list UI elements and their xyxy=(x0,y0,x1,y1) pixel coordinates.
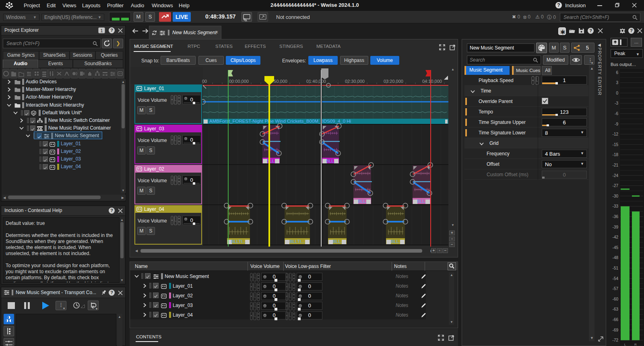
svg-text:6: 6 xyxy=(616,70,618,75)
svg-text:-42: -42 xyxy=(613,235,619,239)
svg-text:BLL.: BLL. xyxy=(333,239,342,244)
svg-text:BLL.: BLL. xyxy=(417,199,426,204)
svg-text:BLLTI...: BLLTI... xyxy=(290,239,305,244)
svg-text:-27: -27 xyxy=(613,183,619,188)
svg-text:-24: -24 xyxy=(613,173,619,178)
svg-text:BLL.: BLL. xyxy=(358,199,367,204)
svg-text:0: 0 xyxy=(616,91,618,95)
svg-text:-12: -12 xyxy=(613,132,619,136)
svg-text:BLL.: BLL. xyxy=(266,159,276,163)
svg-text:-36: -36 xyxy=(613,214,619,219)
svg-text:-39: -39 xyxy=(613,225,619,229)
svg-text:-3: -3 xyxy=(615,101,618,105)
svg-text:-48: -48 xyxy=(613,255,619,260)
svg-text:AMBForst_FOREST-Night Pine Win: AMBForst_FOREST-Night Pine Wind Crickets… xyxy=(209,119,351,124)
svg-text:R: R xyxy=(634,343,637,346)
svg-text:3: 3 xyxy=(616,80,618,85)
svg-text:BLLTI...: BLLTI... xyxy=(231,239,246,244)
svg-text:BLL.: BLL. xyxy=(326,159,335,163)
svg-text:-6: -6 xyxy=(615,111,618,116)
svg-text:-69: -69 xyxy=(613,328,619,332)
svg-text:-9: -9 xyxy=(615,122,618,126)
svg-text:-21: -21 xyxy=(613,163,619,167)
svg-text:L: L xyxy=(624,343,626,346)
svg-text:-66: -66 xyxy=(613,317,619,322)
svg-text:-54: -54 xyxy=(613,276,619,281)
svg-text:-30: -30 xyxy=(613,194,619,198)
svg-text:-72: -72 xyxy=(613,338,619,342)
svg-text:-15: -15 xyxy=(613,142,619,147)
svg-text:-45: -45 xyxy=(613,245,619,250)
svg-text:-18: -18 xyxy=(613,152,619,157)
svg-text:-57: -57 xyxy=(613,286,619,291)
svg-text:-60: -60 xyxy=(613,297,619,301)
svg-text:-33: -33 xyxy=(613,204,619,208)
svg-text:-63: -63 xyxy=(613,307,619,311)
svg-text:BLL.: BLL. xyxy=(391,239,400,244)
svg-text:-51: -51 xyxy=(613,266,619,270)
